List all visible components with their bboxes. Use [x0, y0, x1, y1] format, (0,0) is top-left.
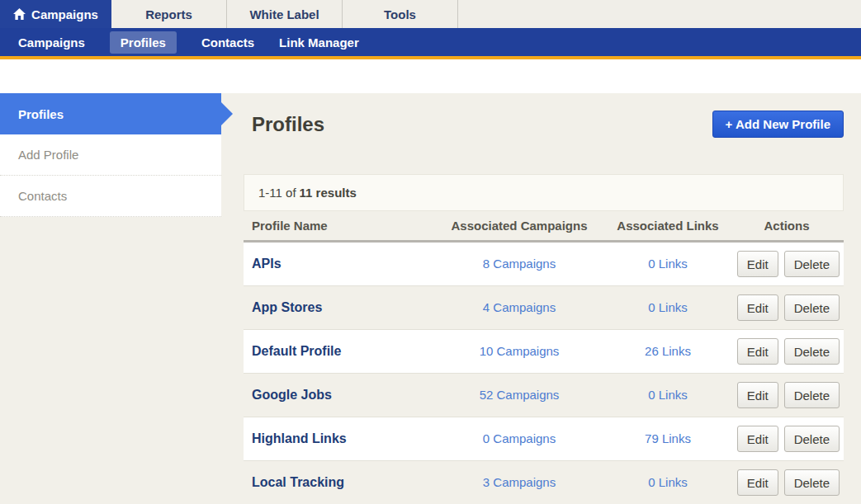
results-range: 1-11 of [258, 186, 296, 200]
row-actions: Edit Delete [730, 294, 844, 321]
profile-name-link[interactable]: Local Tracking [252, 475, 344, 489]
results-count: 11 results [300, 186, 357, 200]
edit-button[interactable]: Edit [737, 382, 778, 408]
delete-button[interactable]: Delete [784, 426, 840, 452]
subnav-item-contacts[interactable]: Contacts [201, 31, 254, 54]
column-header-associated-campaigns: Associated Campaigns [433, 219, 606, 233]
tab-label: White Label [249, 7, 319, 21]
edit-button[interactable]: Edit [737, 469, 778, 496]
delete-button[interactable]: Delete [784, 382, 840, 408]
associated-links-link[interactable]: 0 Links [648, 475, 688, 489]
row-actions: Edit Delete [730, 382, 844, 408]
row-actions: Edit Delete [730, 426, 844, 452]
sidebar-item-label: Add Profile [18, 148, 78, 162]
sidebar-item-profiles[interactable]: Profiles [0, 93, 221, 134]
table-row: App Stores 4 Campaigns 0 Links Edit Dele… [244, 286, 844, 330]
content-area: Profiles Add Profile Contacts Profiles +… [0, 93, 861, 504]
tab-white-label[interactable]: White Label [227, 0, 343, 28]
delete-button[interactable]: Delete [784, 469, 840, 496]
sidebar-item-label: Contacts [18, 189, 67, 203]
results-summary: 1-11 of 11 results [244, 174, 844, 211]
column-header-associated-links: Associated Links [606, 219, 730, 233]
associated-links-link[interactable]: 0 Links [648, 300, 688, 314]
delete-button[interactable]: Delete [784, 251, 840, 277]
edit-button[interactable]: Edit [737, 294, 778, 321]
tab-label: Tools [384, 7, 416, 21]
table-row: APIs 8 Campaigns 0 Links Edit Delete [244, 243, 844, 286]
row-actions: Edit Delete [730, 251, 844, 277]
row-actions: Edit Delete [730, 469, 844, 496]
tab-label: Reports [145, 7, 192, 21]
sidebar: Profiles Add Profile Contacts [0, 93, 221, 217]
column-header-actions: Actions [730, 219, 844, 233]
header-spacer [0, 59, 861, 93]
home-icon [13, 8, 26, 20]
associated-campaigns-link[interactable]: 3 Campaigns [483, 475, 556, 489]
table-header-row: Profile Name Associated Campaigns Associ… [244, 211, 844, 243]
table-row: Local Tracking 3 Campaigns 0 Links Edit … [244, 461, 844, 504]
tab-tools[interactable]: Tools [343, 0, 458, 28]
add-new-profile-button[interactable]: + Add New Profile [712, 111, 844, 138]
edit-button[interactable]: Edit [737, 426, 778, 452]
main-panel: Profiles + Add New Profile 1-11 of 11 re… [244, 93, 844, 504]
profile-name-link[interactable]: Default Profile [252, 344, 341, 358]
column-header-profile-name: Profile Name [252, 219, 433, 233]
subnav-item-campaigns[interactable]: Campaigns [18, 31, 85, 54]
subnav-item-link-manager[interactable]: Link Manager [279, 31, 359, 54]
page-title: Profiles [252, 111, 324, 138]
profile-name-link[interactable]: APIs [252, 257, 281, 271]
subnav-item-profiles[interactable]: Profiles [110, 31, 177, 54]
tab-reports[interactable]: Reports [111, 0, 227, 28]
top-nav-spacer [458, 0, 861, 28]
top-nav: Campaigns Reports White Label Tools [0, 0, 861, 28]
main-header: Profiles + Add New Profile [244, 111, 844, 138]
delete-button[interactable]: Delete [784, 294, 840, 321]
table-row: Highland Links 0 Campaigns 79 Links Edit… [244, 417, 844, 461]
table-body: APIs 8 Campaigns 0 Links Edit Delete App… [244, 243, 844, 504]
associated-campaigns-link[interactable]: 10 Campaigns [480, 344, 560, 358]
edit-button[interactable]: Edit [737, 251, 778, 277]
secondary-nav: Campaigns Profiles Contacts Link Manager [0, 28, 861, 56]
tab-label: Campaigns [31, 7, 98, 21]
edit-button[interactable]: Edit [737, 338, 778, 365]
associated-links-link[interactable]: 26 Links [645, 344, 691, 358]
associated-campaigns-link[interactable]: 4 Campaigns [483, 300, 556, 314]
associated-links-link[interactable]: 79 Links [645, 431, 691, 445]
row-actions: Edit Delete [730, 338, 844, 365]
sidebar-item-contacts[interactable]: Contacts [0, 176, 221, 217]
profile-name-link[interactable]: Google Jobs [252, 388, 332, 402]
associated-links-link[interactable]: 0 Links [648, 257, 688, 271]
associated-campaigns-link[interactable]: 0 Campaigns [483, 431, 556, 445]
sidebar-item-add-profile[interactable]: Add Profile [0, 134, 221, 176]
delete-button[interactable]: Delete [784, 338, 840, 365]
sidebar-item-label: Profiles [18, 107, 64, 121]
associated-campaigns-link[interactable]: 52 Campaigns [480, 388, 560, 402]
profile-name-link[interactable]: App Stores [252, 300, 322, 314]
associated-campaigns-link[interactable]: 8 Campaigns [483, 257, 556, 271]
profile-name-link[interactable]: Highland Links [252, 431, 347, 445]
tab-campaigns[interactable]: Campaigns [0, 0, 111, 28]
table-row: Default Profile 10 Campaigns 26 Links Ed… [244, 330, 844, 374]
associated-links-link[interactable]: 0 Links [648, 388, 688, 402]
table-row: Google Jobs 52 Campaigns 0 Links Edit De… [244, 374, 844, 417]
